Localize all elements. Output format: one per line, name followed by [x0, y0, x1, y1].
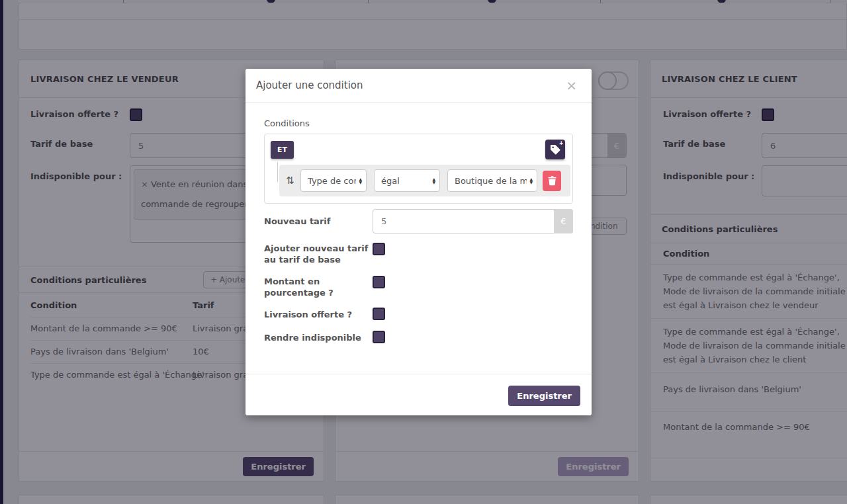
- field-label: Livraison offerte ?: [264, 308, 373, 320]
- checkbox-row-livraison-offerte: Livraison offerte ?: [264, 308, 573, 320]
- trash-icon: [548, 176, 557, 186]
- select-caret-icon: ▲ ▼: [432, 177, 435, 184]
- field-label: Montant en pourcentage ?: [264, 276, 373, 298]
- modal-body: Conditions ET + ⇅ Type de commande ▲ ▼: [245, 103, 592, 343]
- ajouter-au-tarif-checkbox[interactable]: [373, 243, 385, 255]
- nouveau-tarif-input-group: €: [373, 209, 573, 233]
- currency-suffix: €: [554, 209, 573, 233]
- checkbox-row-rendre-indisponible: Rendre indisponible: [264, 331, 573, 343]
- add-rule-tag-icon[interactable]: +: [545, 140, 565, 159]
- checkbox-row-pourcentage: Montant en pourcentage ?: [264, 276, 573, 298]
- selected-value: Boutique de la marque: [455, 176, 527, 186]
- field-label: Nouveau tarif: [264, 209, 373, 233]
- selected-value: égal: [381, 176, 429, 186]
- modal-header: Ajouter une condition ×: [245, 69, 592, 103]
- rule-value-select[interactable]: Boutique de la marque ▲ ▼: [447, 169, 537, 192]
- plus-icon: +: [559, 140, 563, 147]
- modal-title: Ajouter une condition: [256, 79, 363, 91]
- nouveau-tarif-row: Nouveau tarif €: [264, 209, 573, 233]
- checkbox-row-ajouter-au-tarif: Ajouter nouveau tarif au tarif de base: [264, 243, 573, 265]
- rendre-indisponible-checkbox[interactable]: [373, 331, 385, 343]
- close-icon[interactable]: ×: [562, 78, 581, 93]
- select-caret-icon: ▲ ▼: [359, 177, 362, 184]
- rule-field-select[interactable]: Type de commande ▲ ▼: [300, 169, 367, 192]
- rule-operator-select[interactable]: égal ▲ ▼: [374, 169, 440, 192]
- conditions-label: Conditions: [264, 103, 573, 128]
- caret-down-icon: ▼: [529, 181, 533, 184]
- pourcentage-checkbox[interactable]: [373, 276, 385, 288]
- livraison-offerte-checkbox[interactable]: [373, 308, 385, 320]
- select-caret-icon: ▲ ▼: [529, 177, 533, 184]
- caret-down-icon: ▼: [432, 181, 435, 184]
- selected-value: Type de commande: [308, 176, 356, 186]
- nouveau-tarif-input[interactable]: [373, 209, 573, 233]
- caret-down-icon: ▼: [359, 181, 362, 184]
- group-operator-badge[interactable]: ET: [271, 141, 294, 159]
- save-button[interactable]: Enregistrer: [508, 386, 580, 406]
- condition-rule-row: ⇅ Type de commande ▲ ▼ égal ▲ ▼ B: [279, 165, 570, 196]
- sort-handle-icon[interactable]: ⇅: [286, 175, 300, 187]
- rule-connector: [277, 162, 278, 182]
- delete-rule-button[interactable]: [543, 171, 561, 191]
- modal-footer: Enregistrer: [245, 374, 592, 415]
- add-condition-modal: Ajouter une condition × Conditions ET + …: [245, 69, 592, 415]
- field-label: Ajouter nouveau tarif au tarif de base: [264, 243, 373, 265]
- field-label: Rendre indisponible: [264, 331, 373, 343]
- conditions-builder: ET + ⇅ Type de commande ▲ ▼: [264, 134, 573, 204]
